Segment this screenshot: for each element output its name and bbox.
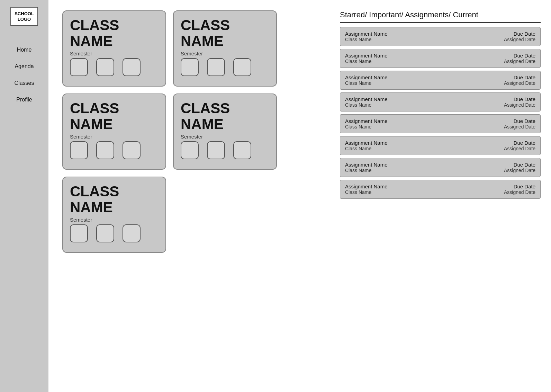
assignment-4-class: Class Name xyxy=(345,102,371,108)
sidebar-item-profile[interactable]: Profile xyxy=(16,97,32,103)
class-card-5-icon-1[interactable] xyxy=(70,224,88,242)
assignment-3-due: Due Date xyxy=(514,74,535,80)
class-card-3-icons xyxy=(70,141,159,163)
class-card-2-name: CLASS NAME xyxy=(181,17,269,49)
assignment-6-assigned: Assigned Date xyxy=(504,146,535,151)
class-card-3-icon-3[interactable] xyxy=(123,141,141,159)
class-card-5-icons xyxy=(70,224,159,246)
assignment-3-assigned: Assigned Date xyxy=(504,80,535,86)
class-card-2-icon-2[interactable] xyxy=(207,58,225,76)
class-card-5-name: CLASS NAME xyxy=(70,184,159,215)
assignment-7-class: Class Name xyxy=(345,168,371,173)
assignment-5-assigned: Assigned Date xyxy=(504,124,535,130)
class-card-3-name: CLASS NAME xyxy=(70,100,159,132)
assignment-5-class: Class Name xyxy=(345,124,371,130)
assignment-card-3[interactable]: Assignment Name Due Date Class Name Assi… xyxy=(340,71,541,90)
school-logo: SCHOOLLOGO xyxy=(10,7,38,26)
class-card-5-icon-2[interactable] xyxy=(96,224,114,242)
class-card-2[interactable]: CLASS NAME Semester xyxy=(173,10,277,87)
main-content: CLASS NAME Semester CLASS NAME Semester xyxy=(48,0,551,392)
assignment-card-1[interactable]: Assignment Name Due Date Class Name Assi… xyxy=(340,27,541,46)
class-card-4-semester: Semester xyxy=(181,134,269,140)
assignment-1-class: Class Name xyxy=(345,37,371,42)
assignment-1-name: Assignment Name xyxy=(345,31,388,37)
class-card-5-semester: Semester xyxy=(70,217,159,223)
sidebar-item-agenda[interactable]: Agenda xyxy=(15,63,34,70)
assignment-card-8[interactable]: Assignment Name Due Date Class Name Assi… xyxy=(340,180,541,199)
sidebar-item-classes[interactable]: Classes xyxy=(15,80,34,86)
assignment-6-name: Assignment Name xyxy=(345,140,388,146)
assignment-row-3-top: Assignment Name Due Date xyxy=(345,74,535,80)
classes-row-1: CLASS NAME Semester CLASS NAME Semester xyxy=(62,10,329,87)
class-card-3-icon-2[interactable] xyxy=(96,141,114,159)
assignment-row-4-bottom: Class Name Assigned Date xyxy=(345,102,535,108)
assignment-8-assigned: Assigned Date xyxy=(504,189,535,195)
class-card-3-icon-1[interactable] xyxy=(70,141,88,159)
classes-panel: CLASS NAME Semester CLASS NAME Semester xyxy=(62,10,329,382)
assignment-4-due: Due Date xyxy=(514,96,535,102)
assignments-title: Starred/ Important/ Assignments/ Current xyxy=(340,10,541,23)
class-card-1-icon-3[interactable] xyxy=(123,58,141,76)
assignment-8-class: Class Name xyxy=(345,189,371,195)
assignment-2-due: Due Date xyxy=(514,53,535,59)
school-logo-text: SCHOOLLOGO xyxy=(15,11,34,22)
class-card-3-semester: Semester xyxy=(70,134,159,140)
sidebar: SCHOOLLOGO Home Agenda Classes Profile xyxy=(0,0,48,392)
assignment-8-due: Due Date xyxy=(514,184,535,189)
assignment-8-name: Assignment Name xyxy=(345,184,388,189)
assignment-5-due: Due Date xyxy=(514,118,535,124)
assignment-3-name: Assignment Name xyxy=(345,74,388,80)
assignment-row-7-top: Assignment Name Due Date xyxy=(345,162,535,168)
class-card-4-icon-1[interactable] xyxy=(181,141,199,159)
assignment-row-7-bottom: Class Name Assigned Date xyxy=(345,168,535,173)
class-card-3[interactable]: CLASS NAME Semester xyxy=(62,93,166,170)
assignment-4-assigned: Assigned Date xyxy=(504,102,535,108)
assignment-2-assigned: Assigned Date xyxy=(504,59,535,64)
class-card-4-name: CLASS NAME xyxy=(181,100,269,132)
class-card-1-icon-1[interactable] xyxy=(70,58,88,76)
assignment-2-class: Class Name xyxy=(345,59,371,64)
assignment-3-class: Class Name xyxy=(345,80,371,86)
assignment-7-due: Due Date xyxy=(514,162,535,168)
classes-row-3: CLASS NAME Semester xyxy=(62,177,329,253)
class-card-1-name: CLASS NAME xyxy=(70,17,159,49)
assignment-row-8-bottom: Class Name Assigned Date xyxy=(345,189,535,195)
assignment-card-6[interactable]: Assignment Name Due Date Class Name Assi… xyxy=(340,136,541,155)
assignment-7-assigned: Assigned Date xyxy=(504,168,535,173)
assignment-1-assigned: Assigned Date xyxy=(504,37,535,42)
assignment-card-7[interactable]: Assignment Name Due Date Class Name Assi… xyxy=(340,158,541,177)
assignment-card-2[interactable]: Assignment Name Due Date Class Name Assi… xyxy=(340,49,541,68)
class-card-4-icon-3[interactable] xyxy=(233,141,251,159)
assignment-row-1-top: Assignment Name Due Date xyxy=(345,31,535,37)
assignment-1-due: Due Date xyxy=(514,31,535,37)
class-card-2-icons xyxy=(181,58,269,80)
assignment-row-1-bottom: Class Name Assigned Date xyxy=(345,37,535,42)
assignment-7-name: Assignment Name xyxy=(345,162,388,168)
assignment-5-name: Assignment Name xyxy=(345,118,388,124)
sidebar-item-home[interactable]: Home xyxy=(17,47,32,53)
class-card-5-icon-3[interactable] xyxy=(123,224,141,242)
assignment-card-5[interactable]: Assignment Name Due Date Class Name Assi… xyxy=(340,114,541,133)
assignment-row-5-bottom: Class Name Assigned Date xyxy=(345,124,535,130)
class-card-4-icons xyxy=(181,141,269,163)
class-card-2-icon-3[interactable] xyxy=(233,58,251,76)
assignment-row-2-bottom: Class Name Assigned Date xyxy=(345,59,535,64)
assignment-2-name: Assignment Name xyxy=(345,53,388,59)
classes-row-2: CLASS NAME Semester CLASS NAME Semester xyxy=(62,93,329,170)
class-card-1[interactable]: CLASS NAME Semester xyxy=(62,10,166,87)
assignments-panel: Starred/ Important/ Assignments/ Current… xyxy=(340,10,541,382)
class-card-5[interactable]: CLASS NAME Semester xyxy=(62,177,166,253)
class-card-2-icon-1[interactable] xyxy=(181,58,199,76)
class-card-1-semester: Semester xyxy=(70,51,159,56)
class-card-4-icon-2[interactable] xyxy=(207,141,225,159)
assignment-card-4[interactable]: Assignment Name Due Date Class Name Assi… xyxy=(340,92,541,112)
assignment-4-name: Assignment Name xyxy=(345,96,388,102)
assignment-row-2-top: Assignment Name Due Date xyxy=(345,53,535,59)
assignment-row-4-top: Assignment Name Due Date xyxy=(345,96,535,102)
class-card-1-icons xyxy=(70,58,159,80)
assignment-row-5-top: Assignment Name Due Date xyxy=(345,118,535,124)
assignment-6-class: Class Name xyxy=(345,146,371,151)
class-card-1-icon-2[interactable] xyxy=(96,58,114,76)
assignment-row-8-top: Assignment Name Due Date xyxy=(345,184,535,189)
class-card-4[interactable]: CLASS NAME Semester xyxy=(173,93,277,170)
